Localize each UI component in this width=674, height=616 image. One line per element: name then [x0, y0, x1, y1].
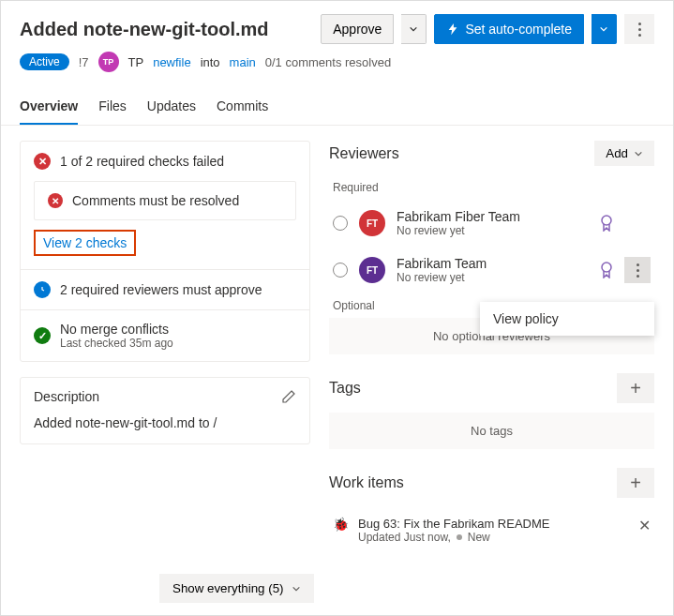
target-branch-link[interactable]: main [230, 55, 256, 69]
reviewer-status: No review yet [397, 271, 589, 284]
tags-title: Tags [329, 380, 361, 397]
required-label: Required [329, 175, 654, 200]
view-checks-link[interactable]: View 2 checks [34, 230, 136, 256]
check-icon: ✓ [34, 327, 51, 344]
view-policy-item[interactable]: View policy [480, 302, 654, 336]
error-icon: ✕ [34, 153, 51, 170]
dots-vertical-icon [637, 263, 639, 278]
workitem-title[interactable]: Bug 63: Fix the Fabrikam README [358, 517, 629, 531]
reviewer-radio[interactable] [333, 216, 348, 231]
reviewer-name[interactable]: Fabrikam Team [397, 256, 589, 271]
approve-button[interactable]: Approve [321, 14, 394, 44]
tab-overview[interactable]: Overview [20, 91, 78, 125]
ribbon-icon [600, 215, 613, 232]
add-tag-button[interactable]: + [617, 373, 654, 403]
autocomplete-button[interactable]: Set auto-complete [434, 14, 584, 44]
bug-icon: 🐞 [333, 517, 349, 532]
reviewer-menu-button[interactable] [624, 257, 651, 283]
clock-icon [34, 281, 51, 298]
tab-commits[interactable]: Commits [217, 91, 268, 125]
checks-failed-text: 1 of 2 required checks failed [60, 154, 224, 169]
workitem-state: New [468, 531, 490, 544]
status-badge: Active [20, 53, 69, 70]
reviewer-status: No review yet [397, 224, 589, 237]
work-item-row: 🐞 Bug 63: Fix the Fabrikam README Update… [329, 507, 654, 553]
author-initials: TP [128, 55, 144, 69]
source-branch-link[interactable]: newfile [153, 55, 190, 69]
reviewer-avatar: FT [359, 210, 385, 236]
ribbon-icon [600, 262, 613, 278]
workitems-title: Work items [329, 474, 404, 491]
add-reviewer-button[interactable]: Add [594, 141, 654, 166]
edit-icon[interactable] [281, 389, 296, 404]
checks-card: ✕ 1 of 2 required checks failed ✕ Commen… [20, 141, 310, 362]
merge-checked-text: Last checked 35m ago [60, 337, 173, 350]
reviewer-row: FT Fabrikam Team No review yet [329, 247, 654, 293]
comments-resolved: 0/1 comments resolved [265, 55, 391, 69]
tab-files[interactable]: Files [98, 91, 127, 125]
add-workitem-button[interactable]: + [617, 468, 654, 498]
workitem-updated: Updated Just now, [358, 531, 451, 544]
merge-status-text: No merge conflicts [60, 322, 173, 337]
reviewers-required-text: 2 required reviewers must approve [60, 282, 262, 297]
svg-point-2 [602, 263, 611, 272]
autocomplete-dropdown[interactable] [592, 14, 617, 44]
error-icon: ✕ [48, 193, 63, 208]
svg-point-1 [602, 216, 611, 225]
tab-updates[interactable]: Updates [147, 91, 196, 125]
into-text: into [201, 55, 220, 69]
no-tags: No tags [329, 413, 654, 449]
more-actions-button[interactable] [624, 14, 654, 44]
reviewer-name[interactable]: Fabrikam Fiber Team [397, 209, 589, 224]
dots-vertical-icon [638, 23, 641, 37]
reviewer-row: FT Fabrikam Fiber Team No review yet [329, 200, 654, 247]
page-title: Added note-new-git-tool.md [20, 19, 313, 40]
show-everything-button[interactable]: Show everything (5) [159, 574, 314, 603]
remove-workitem-button[interactable]: ✕ [638, 517, 651, 534]
reviewer-radio[interactable] [333, 263, 348, 278]
pr-id: !7 [79, 55, 89, 69]
description-card: Description Added note-new-git-tool.md t… [20, 377, 310, 444]
reviewer-avatar: FT [359, 257, 385, 283]
author-avatar: TP [98, 52, 119, 72]
context-menu: View policy [480, 302, 654, 336]
approve-dropdown[interactable] [401, 14, 427, 44]
state-dot-icon [457, 534, 462, 540]
comments-check-text: Comments must be resolved [72, 193, 239, 208]
description-body: Added note-new-git-tool.md to / [21, 415, 309, 443]
reviewers-title: Reviewers [329, 145, 399, 162]
description-heading: Description [34, 389, 99, 404]
